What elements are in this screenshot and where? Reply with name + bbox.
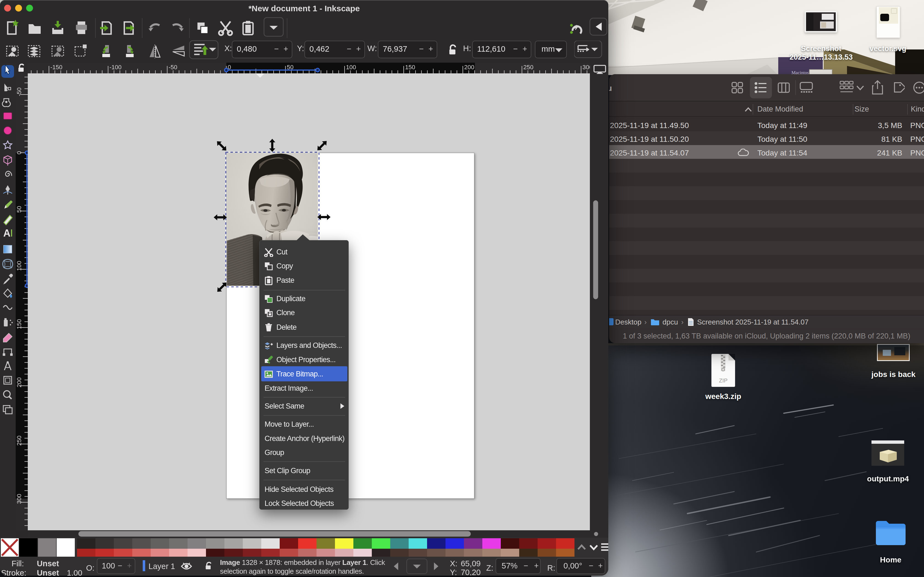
svg-text:200: 200	[464, 64, 474, 71]
svg-text:300: 300	[582, 64, 590, 71]
svg-text:A: A	[3, 227, 10, 239]
svg-text:50: 50	[16, 206, 23, 213]
svg-text:100: 100	[16, 261, 23, 271]
svg-text:250: 250	[523, 64, 533, 71]
svg-text:150: 150	[405, 64, 415, 71]
svg-text:-50: -50	[169, 64, 178, 71]
svg-text:-150: -150	[50, 64, 62, 71]
svg-text:300: 300	[16, 494, 23, 504]
svg-text:150: 150	[16, 319, 23, 329]
svg-text:0: 0	[16, 151, 23, 155]
svg-text:-50: -50	[16, 87, 23, 96]
svg-text:-100: -100	[110, 64, 121, 71]
svg-text:100: 100	[346, 64, 356, 71]
svg-text:200: 200	[16, 377, 23, 387]
svg-text:250: 250	[16, 435, 23, 446]
